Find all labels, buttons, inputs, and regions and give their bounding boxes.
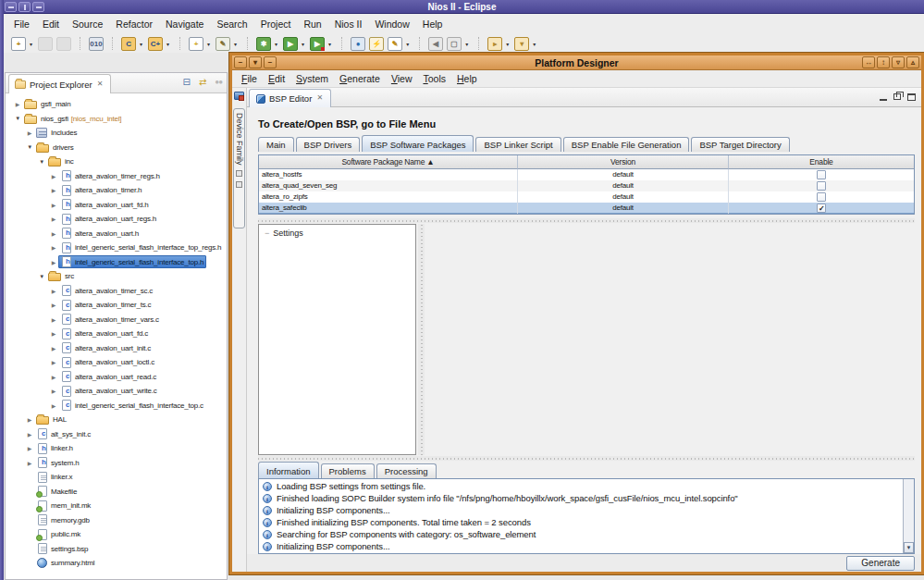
window-pin-button[interactable] bbox=[18, 2, 31, 12]
view-menu-icon[interactable]: ●● bbox=[215, 77, 222, 88]
dropdown-arrow-icon[interactable]: ▾ bbox=[302, 41, 304, 47]
run-external-tools-icon[interactable]: ▶ bbox=[310, 37, 325, 51]
collapsed-arrow-icon[interactable]: ▶ bbox=[25, 431, 34, 438]
dropdown-arrow-icon[interactable]: ▾ bbox=[506, 41, 509, 47]
log-message[interactable]: iLoading BSP settings from settings file… bbox=[259, 480, 903, 492]
last-edit-location-icon[interactable]: ◀ bbox=[428, 37, 443, 51]
tree-item-altera-avalon-timer-vars-c[interactable]: ▶altera_avalon_timer_vars.c bbox=[6, 313, 227, 327]
menu-item-navigate[interactable]: Navigate bbox=[159, 16, 210, 32]
dropdown-arrow-icon[interactable]: ▾ bbox=[533, 41, 536, 47]
tree-item-alt-sys-init-c[interactable]: ▶alt_sys_init.c bbox=[6, 427, 227, 442]
log-message[interactable]: iFinished loading SOPC Builder system in… bbox=[259, 492, 903, 504]
scroll-down-icon[interactable]: ▼ bbox=[904, 542, 914, 553]
tree-item-intel-generic-serial-flash-interface-top-regs-h[interactable]: ▶intel_generic_serial_flash_interface_to… bbox=[6, 241, 227, 255]
menu-item-help[interactable]: Help bbox=[416, 16, 450, 32]
collapsed-arrow-icon[interactable]: ▶ bbox=[49, 388, 58, 394]
tree-item-altera-avalon-uart-fd-h[interactable]: ▶altera_avalon_uart_fd.h bbox=[6, 198, 227, 213]
collapsed-arrow-icon[interactable]: ▶ bbox=[49, 374, 58, 380]
dropdown-arrow-icon[interactable]: ▾ bbox=[140, 41, 142, 47]
collapsed-arrow-icon[interactable]: ▶ bbox=[49, 316, 58, 323]
window-minimize-button[interactable] bbox=[32, 2, 44, 12]
collapsed-arrow-icon[interactable]: ▶ bbox=[25, 445, 34, 451]
tab-bsp-target-directory[interactable]: BSP Target Directory bbox=[691, 137, 789, 152]
log-message[interactable]: iInitializing BSP components... bbox=[259, 540, 903, 552]
column-header-software-package-name[interactable]: Software Package Name ▲ bbox=[259, 155, 518, 169]
link-with-editor-icon[interactable]: ⇄ bbox=[199, 77, 206, 88]
column-header-version[interactable]: Version bbox=[518, 155, 729, 169]
menu-item-file[interactable]: File bbox=[7, 16, 36, 32]
menu-item-run[interactable]: Run bbox=[297, 16, 327, 32]
collapsed-arrow-icon[interactable]: ▶ bbox=[13, 101, 22, 107]
log-message[interactable]: iFinished initializing BSP components. T… bbox=[259, 516, 903, 528]
restore-panel-icon[interactable] bbox=[236, 181, 242, 188]
import-icon[interactable]: ▾ bbox=[514, 37, 529, 51]
tab-bsp-editor[interactable]: BSP Editor bbox=[249, 89, 331, 107]
tree-item-altera-avalon-timer-regs-h[interactable]: ▶altera_avalon_timer_regs.h bbox=[6, 169, 227, 184]
horizontal-splitter[interactable] bbox=[258, 218, 915, 223]
tree-item-hal[interactable]: ▶HAL bbox=[6, 413, 227, 427]
tree-item-src[interactable]: ▼src bbox=[6, 269, 227, 284]
dropdown-arrow-icon[interactable]: ▾ bbox=[275, 41, 277, 47]
tree-item-inc[interactable]: ▼inc bbox=[6, 154, 227, 169]
tree-item-altera-avalon-uart-read-c[interactable]: ▶altera_avalon_uart_read.c bbox=[6, 370, 227, 385]
tab-bsp-linker-script[interactable]: BSP Linker Script bbox=[475, 137, 561, 152]
pd-menu-item-help[interactable]: Help bbox=[451, 71, 483, 86]
settings-tree-root[interactable]: − Settings bbox=[259, 225, 415, 241]
collapsed-arrow-icon[interactable]: ▶ bbox=[49, 187, 58, 193]
collapsed-arrow-icon[interactable]: ▶ bbox=[49, 216, 58, 222]
open-resource-icon[interactable]: ▢ bbox=[447, 37, 462, 51]
flash-programmer-icon[interactable]: ⚡ bbox=[369, 37, 384, 51]
enable-checkbox[interactable] bbox=[817, 204, 826, 213]
debug-icon[interactable]: ✱ bbox=[256, 37, 271, 51]
tree-item-intel-generic-serial-flash-interface-top-c[interactable]: ▶intel_generic_serial_flash_interface_to… bbox=[6, 399, 227, 413]
new-wizard-icon[interactable]: + bbox=[11, 37, 26, 51]
menu-item-source[interactable]: Source bbox=[66, 16, 109, 32]
log-scrollbar[interactable]: ▼ bbox=[903, 479, 914, 553]
close-icon[interactable] bbox=[315, 94, 324, 103]
enable-checkbox[interactable] bbox=[817, 192, 826, 202]
tree-item-linker-x[interactable]: linker.x bbox=[6, 470, 227, 485]
tree-item-altera-avalon-uart-init-c[interactable]: ▶altera_avalon_uart_init.c bbox=[6, 341, 227, 356]
horizontal-splitter[interactable] bbox=[258, 456, 915, 461]
target-connection-icon[interactable]: ● bbox=[351, 37, 365, 51]
collapsed-arrow-icon[interactable]: ▶ bbox=[25, 130, 34, 136]
collapsed-arrow-icon[interactable]: ▶ bbox=[49, 259, 58, 265]
table-row-altera-quad-seven-seg[interactable]: altera_quad_seven_segdefault bbox=[259, 180, 914, 191]
minimize-view-icon[interactable] bbox=[880, 99, 887, 101]
collapsed-arrow-icon[interactable]: ▶ bbox=[49, 244, 58, 251]
collapsed-arrow-icon[interactable]: ▶ bbox=[49, 302, 58, 308]
tree-item-altera-avalon-uart-regs-h[interactable]: ▶altera_avalon_uart_regs.h bbox=[6, 212, 227, 227]
pd-menu-item-edit[interactable]: Edit bbox=[263, 71, 290, 86]
pd-menu-item-view[interactable]: View bbox=[386, 71, 418, 86]
collapsed-arrow-icon[interactable]: ▶ bbox=[49, 230, 58, 237]
tree-item-mem-init-mk[interactable]: mem_init.mk bbox=[6, 499, 227, 513]
menu-item-refactor[interactable]: Refactor bbox=[109, 16, 159, 32]
menu-item-nios-ii[interactable]: Nios II bbox=[328, 16, 369, 32]
pd-menu-item-system[interactable]: System bbox=[290, 71, 334, 86]
collapsed-arrow-icon[interactable]: ▶ bbox=[49, 202, 58, 208]
collapsed-arrow-icon[interactable]: ▶ bbox=[49, 402, 58, 409]
dropdown-arrow-icon[interactable]: ▾ bbox=[406, 41, 409, 47]
tree-item-public-mk[interactable]: public.mk bbox=[6, 527, 227, 542]
log-message[interactable]: iInitializing BSP components... bbox=[259, 504, 903, 516]
tree-item-altera-avalon-uart-fd-c[interactable]: ▶altera_avalon_uart_fd.c bbox=[6, 327, 227, 341]
tab-bsp-drivers[interactable]: BSP Drivers bbox=[296, 137, 361, 152]
tree-item-altera-avalon-uart-h[interactable]: ▶altera_avalon_uart.h bbox=[6, 227, 227, 241]
new-c-project-icon[interactable]: C bbox=[121, 37, 136, 51]
collapse-all-icon[interactable]: ⊟ bbox=[183, 77, 191, 88]
tree-item-altera-avalon-timer-h[interactable]: ▶altera_avalon_timer.h bbox=[6, 183, 227, 198]
tab-bsp-enable-file-generation[interactable]: BSP Enable File Generation bbox=[563, 137, 690, 152]
collapsed-arrow-icon[interactable]: ▶ bbox=[25, 460, 34, 466]
collapsed-arrow-icon[interactable]: ▶ bbox=[49, 345, 58, 352]
collapsed-arrow-icon[interactable]: ▶ bbox=[49, 173, 58, 179]
maximize-view-icon[interactable] bbox=[907, 93, 916, 101]
generate-button[interactable]: Generate bbox=[846, 556, 915, 571]
pd-menu-item-tools[interactable]: Tools bbox=[417, 71, 451, 86]
dropdown-arrow-icon[interactable]: ▾ bbox=[234, 41, 237, 47]
expanded-arrow-icon[interactable]: ▼ bbox=[37, 159, 46, 165]
new-cpp-project-icon[interactable]: C+ bbox=[148, 37, 163, 51]
expanded-arrow-icon[interactable]: ▼ bbox=[25, 144, 34, 150]
log-message[interactable]: iSearching for BSP components with categ… bbox=[259, 528, 903, 540]
column-header-enable[interactable]: Enable bbox=[729, 155, 914, 169]
vertical-splitter[interactable] bbox=[418, 224, 425, 455]
